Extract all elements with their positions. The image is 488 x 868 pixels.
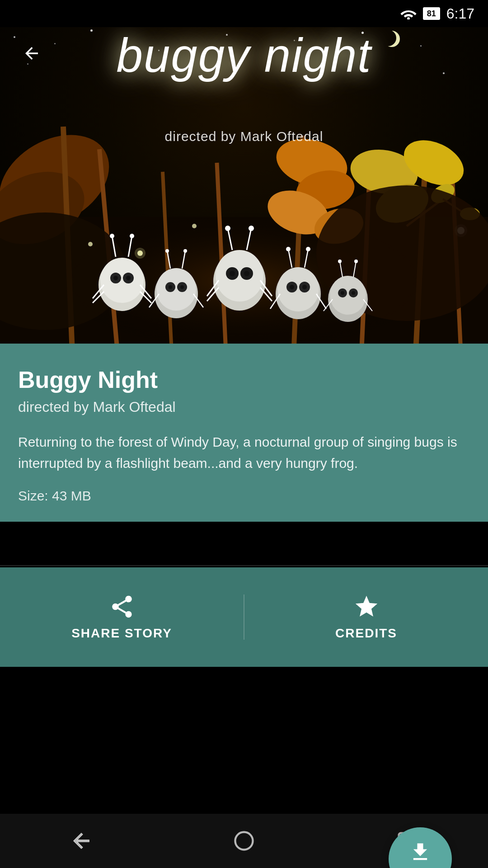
battery-icon: 81 xyxy=(423,7,440,20)
credits-label: CREDITS xyxy=(335,626,397,641)
bottom-actions-bar: SHARE STORY CREDITS xyxy=(0,567,488,667)
hero-subtitle: directed by Mark Oftedal xyxy=(0,129,488,144)
svg-point-78 xyxy=(302,285,307,289)
svg-point-38 xyxy=(126,276,131,280)
svg-point-34 xyxy=(100,258,144,303)
svg-point-67 xyxy=(225,226,230,231)
svg-point-41 xyxy=(110,234,114,238)
svg-point-89 xyxy=(341,291,344,295)
share-story-label: SHARE STORY xyxy=(71,626,172,641)
svg-point-90 xyxy=(352,291,355,295)
status-bar: 81 6:17 xyxy=(0,0,488,27)
svg-point-94 xyxy=(354,259,358,263)
section-divider xyxy=(0,565,488,566)
wifi-icon xyxy=(400,8,417,19)
info-section: Buggy Night directed by Mark Oftedal Ret… xyxy=(0,344,488,522)
status-icons: 81 6:17 xyxy=(400,5,474,22)
svg-point-81 xyxy=(286,247,291,251)
svg-point-32 xyxy=(88,242,93,246)
info-size: Size: 43 MB xyxy=(18,488,470,504)
hero-title: buggy night xyxy=(0,32,488,79)
svg-point-68 xyxy=(249,226,254,231)
svg-point-52 xyxy=(180,285,184,289)
moon-decoration xyxy=(384,31,400,47)
hero-area: buggy night directed by Mark Oftedal xyxy=(0,0,488,353)
svg-point-37 xyxy=(113,276,118,280)
info-director: directed by Mark Oftedal xyxy=(18,399,470,415)
svg-point-97 xyxy=(235,832,253,850)
nav-home-button[interactable] xyxy=(226,823,262,859)
svg-point-29 xyxy=(135,248,145,259)
svg-point-77 xyxy=(290,285,294,289)
svg-point-60 xyxy=(216,250,263,302)
svg-point-74 xyxy=(277,267,319,311)
svg-point-86 xyxy=(330,276,366,315)
svg-point-30 xyxy=(192,224,197,228)
nav-back-button[interactable] xyxy=(63,823,99,859)
svg-point-42 xyxy=(130,234,134,238)
svg-point-82 xyxy=(306,247,310,251)
forest-scene xyxy=(0,81,488,353)
svg-point-64 xyxy=(244,271,249,276)
svg-point-51 xyxy=(169,285,172,289)
credits-button[interactable]: CREDITS xyxy=(244,594,488,641)
status-time: 6:17 xyxy=(446,5,474,22)
back-button[interactable] xyxy=(18,40,45,67)
svg-point-93 xyxy=(338,259,342,263)
download-size-label: 43 MB xyxy=(406,866,435,868)
info-description: Returning to the forest of Windy Day, a … xyxy=(18,432,470,474)
share-story-button[interactable]: SHARE STORY xyxy=(0,594,244,641)
svg-point-55 xyxy=(165,249,169,253)
svg-point-56 xyxy=(183,249,187,253)
svg-point-0 xyxy=(407,17,410,19)
svg-point-48 xyxy=(156,268,196,311)
info-title: Buggy Night xyxy=(18,366,470,393)
svg-point-63 xyxy=(230,271,235,276)
